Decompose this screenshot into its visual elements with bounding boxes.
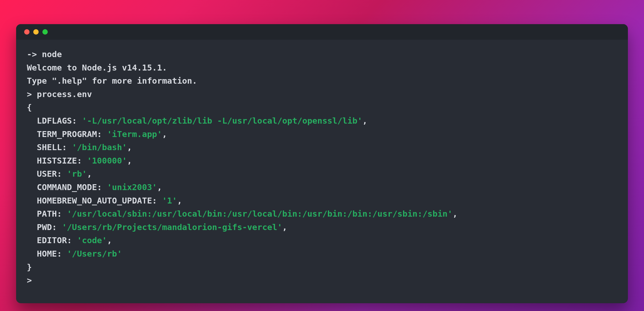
terminal-body[interactable]: -> nodeWelcome to Node.js v14.15.1.Type … (16, 40, 628, 303)
env-key: EDITOR: (37, 235, 72, 245)
env-entry: USER: 'rb', (27, 167, 617, 181)
env-entry: EDITOR: 'code', (27, 234, 617, 247)
env-entry: COMMAND_MODE: 'unix2003', (27, 181, 617, 194)
env-value: '1' (162, 196, 177, 205)
close-brace: } (27, 261, 617, 274)
shell-prompt-line: -> node (27, 48, 617, 61)
repl-trailing-prompt: > (27, 274, 617, 287)
env-entry: HOME: '/Users/rb' (27, 247, 617, 261)
env-value: 'iTerm.app' (107, 129, 162, 139)
env-key: USER: (37, 169, 62, 179)
env-value: '/Users/rb' (67, 249, 122, 258)
env-entry: HISTSIZE: '100000', (27, 154, 617, 168)
titlebar (16, 24, 628, 40)
env-value: '100000' (87, 156, 127, 165)
env-value: '-L/usr/local/opt/zlib/lib -L/usr/local/… (82, 116, 362, 125)
env-value: '/bin/bash' (72, 142, 127, 152)
welcome-line-2: Type ".help" for more information. (27, 74, 617, 88)
open-brace: { (27, 101, 617, 114)
shell-prompt: -> (27, 49, 42, 59)
env-value: 'code' (77, 235, 107, 245)
env-entry: TERM_PROGRAM: 'iTerm.app', (27, 128, 617, 141)
terminal-window: -> nodeWelcome to Node.js v14.15.1.Type … (16, 24, 628, 303)
repl-prompt: > (27, 89, 37, 99)
env-key: COMMAND_MODE: (37, 182, 102, 192)
env-key: HOMEBREW_NO_AUTO_UPDATE: (37, 196, 157, 205)
env-value: 'unix2003' (107, 182, 157, 192)
env-value: 'rb' (67, 169, 87, 179)
env-key: LDFLAGS: (37, 116, 77, 125)
minimize-icon[interactable] (33, 29, 39, 35)
close-icon[interactable] (24, 29, 30, 35)
repl-input: process.env (37, 89, 92, 99)
env-entry: LDFLAGS: '-L/usr/local/opt/zlib/lib -L/u… (27, 114, 617, 128)
env-entry: HOMEBREW_NO_AUTO_UPDATE: '1', (27, 194, 617, 208)
env-key: PATH: (37, 209, 62, 219)
env-entry: PWD: '/Users/rb/Projects/mandalorion-gif… (27, 221, 617, 234)
env-value: '/usr/local/sbin:/usr/local/bin:/usr/loc… (67, 209, 452, 219)
welcome-line-1: Welcome to Node.js v14.15.1. (27, 61, 617, 75)
env-key: PWD: (37, 222, 57, 232)
shell-command: node (42, 49, 62, 59)
maximize-icon[interactable] (42, 29, 48, 35)
env-key: TERM_PROGRAM: (37, 129, 102, 139)
env-key: SHELL: (37, 142, 67, 152)
repl-input-line: > process.env (27, 88, 617, 101)
env-key: HISTSIZE: (37, 156, 82, 165)
env-key: HOME: (37, 249, 62, 258)
env-entry: PATH: '/usr/local/sbin:/usr/local/bin:/u… (27, 207, 617, 221)
env-entry: SHELL: '/bin/bash', (27, 141, 617, 154)
env-value: '/Users/rb/Projects/mandalorion-gifs-ver… (62, 222, 282, 232)
